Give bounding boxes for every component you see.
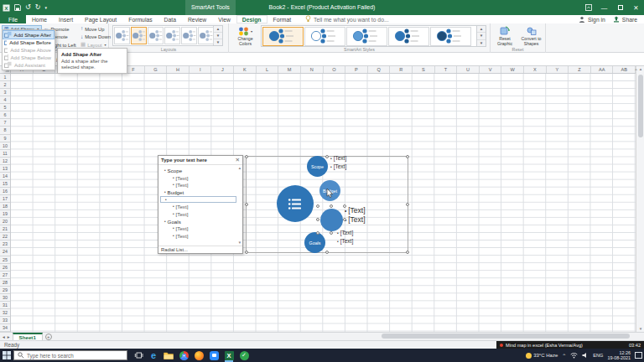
taskbar-search[interactable]: Type here to search xyxy=(13,350,127,360)
row-header-15[interactable]: 15 xyxy=(0,180,10,188)
gallery-up-button[interactable]: ▲ xyxy=(214,26,222,33)
taskbar-icon-edge[interactable]: e xyxy=(146,349,161,362)
gallery-more-button[interactable]: ▼ xyxy=(214,39,222,45)
text-pane-item[interactable]: •Goals xyxy=(160,218,237,225)
taskbar-icon-chrome[interactable] xyxy=(176,349,191,362)
ribbon-tab-design[interactable]: Design xyxy=(236,15,267,23)
gallery-up-button[interactable]: ▲ xyxy=(477,26,486,33)
row-header-34[interactable]: 34 xyxy=(0,324,10,332)
minimize-button[interactable]: — xyxy=(596,0,612,15)
row-header-30[interactable]: 30 xyxy=(0,294,10,302)
row-header-22[interactable]: 22 xyxy=(0,233,10,240)
ribbon-tab-insert[interactable]: Insert xyxy=(53,15,79,23)
column-header-m[interactable]: M xyxy=(278,66,301,73)
row-header-18[interactable]: 18 xyxy=(0,203,10,210)
column-header-x[interactable]: X xyxy=(524,66,547,73)
sheet-nav-left-icon[interactable]: ◂ xyxy=(3,334,5,339)
horizontal-scroll-thumb[interactable] xyxy=(382,334,630,339)
gallery-down-button[interactable]: ▼ xyxy=(214,33,222,39)
new-sheet-button[interactable]: + xyxy=(45,334,52,340)
tray-chevron-icon[interactable]: ⌃ xyxy=(562,353,566,359)
smartart-text-placeholder[interactable]: •[Text] xyxy=(337,238,353,246)
gallery-more-button[interactable]: ▼ xyxy=(477,40,486,46)
row-header-25[interactable]: 25 xyxy=(0,256,10,264)
row-header-33[interactable]: 33 xyxy=(0,317,10,324)
layout-thumb-radial-cluster[interactable] xyxy=(148,27,164,44)
column-header-u[interactable]: U xyxy=(457,66,480,73)
row-header-27[interactable]: 27 xyxy=(0,272,10,279)
formula-input[interactable] xyxy=(67,53,644,65)
ribbon-tab-formulas[interactable]: Formulas xyxy=(122,15,158,23)
collapse-ribbon-icon[interactable]: ⌃ xyxy=(634,68,638,74)
share-button[interactable]: Share xyxy=(613,16,637,23)
layout-thumb-diverging-radial[interactable] xyxy=(164,27,180,44)
row-header-26[interactable]: 26 xyxy=(0,264,10,272)
smartart-style-thumb-moderate-effect[interactable] xyxy=(388,27,429,46)
row-header-9[interactable]: 9 xyxy=(0,135,10,142)
row-header-17[interactable]: 17 xyxy=(0,195,10,203)
taskbar-icon-file-explorer[interactable] xyxy=(161,349,176,362)
pane-scroll-down-icon[interactable]: ▼ xyxy=(238,240,242,245)
selection-handle[interactable] xyxy=(325,155,329,158)
row-header-8[interactable]: 8 xyxy=(0,127,10,134)
row-header-21[interactable]: 21 xyxy=(0,225,10,233)
selection-handle[interactable] xyxy=(343,218,346,221)
row-header-10[interactable]: 10 xyxy=(0,142,10,150)
selection-handle[interactable] xyxy=(316,218,319,221)
smartart-node-selected[interactable] xyxy=(318,206,345,233)
close-icon[interactable]: ✕ xyxy=(236,157,240,163)
column-header-w[interactable]: W xyxy=(501,66,524,73)
row-header-24[interactable]: 24 xyxy=(0,248,10,256)
row-header-6[interactable]: 6 xyxy=(0,111,10,119)
ribbon-tab-format[interactable]: Format xyxy=(267,15,298,23)
selection-handle[interactable] xyxy=(330,231,333,235)
volume-icon[interactable] xyxy=(582,352,589,359)
smartart-text-pane[interactable]: Type your text here ✕ •Scope•[Text]•[Tex… xyxy=(158,155,243,254)
vertical-scroll-thumb[interactable] xyxy=(638,75,643,137)
smartart-text-placeholder[interactable]: •[Text] xyxy=(345,206,366,215)
text-pane-item[interactable]: •Scope xyxy=(160,167,237,174)
selection-handle[interactable] xyxy=(330,204,333,208)
row-header-28[interactable]: 28 xyxy=(0,279,10,287)
row-header-12[interactable]: 12 xyxy=(0,158,10,165)
row-header-29[interactable]: 29 xyxy=(0,287,10,294)
selected-circle[interactable] xyxy=(320,209,343,231)
column-header-z[interactable]: Z xyxy=(569,66,591,73)
row-header-4[interactable]: 4 xyxy=(0,96,10,104)
start-button[interactable] xyxy=(0,349,13,362)
row-header-19[interactable]: 19 xyxy=(0,210,10,218)
menu-item-add-shape-before[interactable]: Add Shape Before xyxy=(3,39,54,46)
text-pane-item[interactable]: •[Text] xyxy=(160,203,237,210)
smartart-style-thumb-intense-effect[interactable] xyxy=(430,27,471,46)
selection-handle[interactable] xyxy=(325,251,329,254)
selection-handle[interactable] xyxy=(343,204,346,208)
pane-scroll-up-icon[interactable]: ▲ xyxy=(238,166,242,170)
column-header-ab[interactable]: AB xyxy=(613,66,636,73)
taskbar-icon-task-view[interactable] xyxy=(131,349,146,362)
row-header-23[interactable]: 23 xyxy=(0,240,10,248)
selection-handle[interactable] xyxy=(245,203,248,206)
taskbar-icon-todo[interactable]: ✓ xyxy=(236,349,252,362)
column-header-k[interactable]: K xyxy=(234,66,257,73)
row-header-1[interactable]: 1 xyxy=(0,74,10,81)
text-pane-item[interactable]: •[Text] xyxy=(160,174,237,182)
column-header-r[interactable]: R xyxy=(390,66,413,73)
row-header-14[interactable]: 14 xyxy=(0,173,10,180)
vertical-scrollbar[interactable]: ▲ ▼ xyxy=(636,66,644,332)
sheet-tab-sheet1[interactable]: Sheet1 xyxy=(13,333,43,341)
row-header-20[interactable]: 20 xyxy=(0,218,10,225)
layout-thumb-basic-radial[interactable] xyxy=(114,27,130,44)
column-header-n[interactable]: N xyxy=(301,66,324,73)
ribbon-tab-file[interactable]: File xyxy=(0,15,26,23)
ribbon-tab-data[interactable]: Data xyxy=(158,15,182,23)
column-header-l[interactable]: L xyxy=(257,66,279,73)
text-pane-item[interactable]: •Budget xyxy=(160,189,237,196)
column-header-j[interactable]: J xyxy=(211,66,234,73)
row-header-5[interactable]: 5 xyxy=(0,104,10,111)
scroll-down-icon[interactable]: ▼ xyxy=(636,327,644,331)
text-pane-item[interactable]: •[Text] xyxy=(160,225,237,233)
smartart-text-placeholder[interactable]: •[Text] xyxy=(345,215,366,225)
smartart-text-placeholder[interactable]: •[Text] xyxy=(330,163,346,172)
row-header-32[interactable]: 32 xyxy=(0,309,10,317)
selection-handle[interactable] xyxy=(245,155,248,158)
